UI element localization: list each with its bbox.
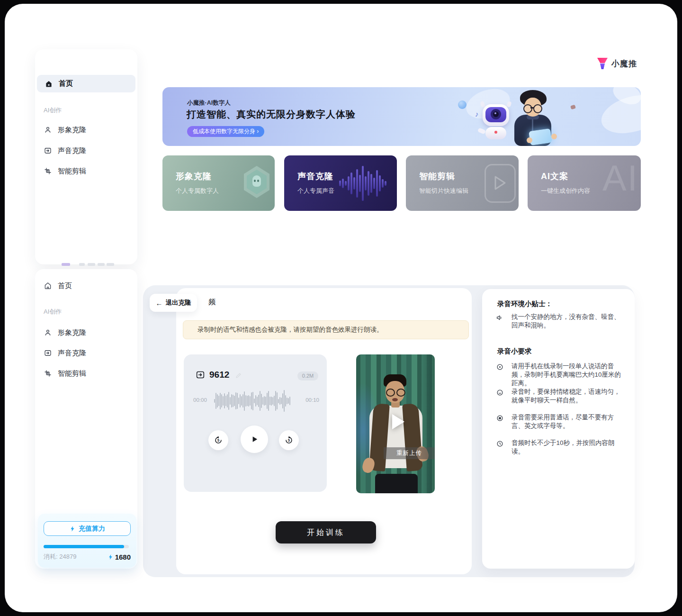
- screenshot-stage: 小魔推 首页 AI创作 形象克隆 声音克隆 智能剪辑 ♪: [0, 0, 682, 616]
- recharge-button[interactable]: 充值算力: [44, 521, 131, 536]
- sidebar-section-label: AI创作: [44, 308, 62, 316]
- svg-text:5: 5: [288, 438, 290, 443]
- person-icon: [44, 328, 52, 337]
- feature-card-avatar-clone[interactable]: 形象克隆 个人专属数字人: [162, 155, 275, 211]
- sidebar-item-smart-edit[interactable]: 智能剪辑: [44, 368, 86, 379]
- time-start: 00:00: [193, 397, 207, 403]
- banner-eyebrow: 小魔推·AI数字人: [187, 99, 231, 107]
- time-end: 00:10: [305, 397, 319, 403]
- sidebar-item-label: 智能剪辑: [58, 167, 86, 176]
- credit-progress-bar: [44, 545, 129, 548]
- req-tip-item: 录音需要采用普通话，尽量不要有方言、英文或字母等。: [495, 413, 624, 430]
- target-icon: [495, 362, 504, 371]
- audio-file-name: 9612: [209, 370, 229, 380]
- sidebar-item-avatar-clone[interactable]: 形象克隆: [44, 327, 86, 338]
- audio-player-card: 9612 0.2M 00:00 00:10 5 5: [184, 354, 327, 492]
- brand-logo-icon: [597, 57, 608, 70]
- card-title: 智能剪辑: [419, 171, 455, 182]
- record-icon: [495, 414, 504, 423]
- card-title: 形象克隆: [176, 171, 212, 182]
- edit-pencil-icon[interactable]: [235, 371, 242, 379]
- sidebar-item-label: 智能剪辑: [58, 369, 86, 378]
- env-tips-title: 录音环境小贴士：: [497, 299, 552, 308]
- play-icon: [249, 434, 260, 445]
- feature-card-smart-edit[interactable]: 智能剪辑 智能切片快速编辑: [406, 155, 519, 211]
- bolt-icon: [108, 554, 114, 560]
- card-title: 声音克隆: [297, 171, 333, 182]
- person-icon: [44, 126, 52, 134]
- banner-cta-button[interactable]: 低成本使用数字无限分身 ›: [187, 126, 264, 137]
- env-tip-item: 找一个安静的地方，没有杂音、噪音、回声和混响。: [495, 313, 624, 330]
- banner-headline: 打造智能、真实的无限分身数字人体验: [187, 108, 356, 121]
- feature-card-ai-copywriting[interactable]: AI AI文案 一键生成创作内容: [528, 155, 641, 211]
- compute-credit-card: 充值算力 消耗: 24879 1680: [38, 514, 136, 568]
- rewind-icon: 5: [213, 435, 224, 445]
- waveform-icon: [339, 163, 392, 204]
- req-tip-item: 请用手机在线录制一段单人说话的音频，录制时手机要离嘴巴大约10厘米的距离。: [495, 362, 624, 388]
- req-tip-item: 录音时，要保持情绪稳定，语速均匀，就像平时聊天一样自然。: [495, 388, 624, 405]
- start-training-button[interactable]: 开始训练: [276, 521, 376, 544]
- voice-icon: [44, 146, 52, 155]
- app-window: 小魔推 首页 AI创作 形象克隆 声音克隆 智能剪辑 ♪: [5, 4, 677, 612]
- card-subtitle: 个人专属声音: [297, 187, 334, 195]
- brand-name: 小魔推: [611, 58, 637, 69]
- sidebar-item-smart-edit[interactable]: 智能剪辑: [44, 166, 86, 176]
- recharge-button-label: 充值算力: [79, 525, 105, 533]
- brand-logo: 小魔推: [597, 57, 637, 70]
- rewind-5s-button[interactable]: 5: [208, 430, 228, 450]
- req-tips-title: 录音小要求: [497, 347, 532, 356]
- credit-stats-row: 消耗: 24879 1680: [44, 553, 131, 561]
- video-play-icon[interactable]: [392, 414, 404, 429]
- play-button[interactable]: [241, 426, 268, 453]
- forward-5s-button[interactable]: 5: [279, 430, 299, 450]
- balance-value: 1680: [108, 553, 131, 561]
- voice-icon: [44, 349, 52, 357]
- sidebar-item-label: 首页: [58, 281, 72, 290]
- speaker-icon: [495, 313, 504, 322]
- sidebar-item-home[interactable]: 首页: [44, 281, 72, 291]
- video-preview[interactable]: 重新上传: [356, 354, 435, 493]
- music-note-icon: ♪: [475, 110, 479, 118]
- svg-text:5: 5: [217, 438, 220, 443]
- forward-icon: 5: [284, 435, 294, 445]
- sidebar-section-label: AI创作: [44, 106, 62, 115]
- robot-illustration: [479, 98, 514, 145]
- reupload-overlay-button[interactable]: 重新上传: [384, 447, 435, 459]
- feature-card-voice-clone[interactable]: 声音克隆 个人专属声音: [284, 155, 397, 211]
- boy-illustration: [511, 90, 563, 146]
- ai-watermark: AI: [602, 157, 638, 199]
- emotion-icon: [495, 388, 504, 397]
- credit-progress-fill: [44, 545, 124, 548]
- hero-banner: ♪ 小魔推·AI数字人 打造智能、真实的无限分身数字人体验 低成本使用数字无限分…: [162, 87, 641, 146]
- banner-sphere: [458, 100, 467, 109]
- sidebar-item-voice-clone[interactable]: 声音克隆: [44, 145, 86, 156]
- sidebar-item-avatar-clone[interactable]: 形象克隆: [44, 125, 86, 135]
- exit-clone-label: 退出克隆: [166, 299, 191, 307]
- banner-speck: [570, 105, 576, 109]
- card-subtitle: 个人专属数字人: [176, 187, 219, 195]
- sidebar-item-label: 形象克隆: [58, 126, 86, 135]
- card-title: AI文案: [541, 171, 568, 182]
- sidebar-item-home[interactable]: 首页: [37, 75, 135, 92]
- sidebar-item-label: 形象克隆: [58, 328, 86, 337]
- file-size-badge: 0.2M: [297, 371, 318, 380]
- card-subtitle: 一键生成创作内容: [541, 187, 590, 195]
- recording-tips-panel: 录音环境小贴士： 找一个安静的地方，没有杂音、噪音、回声和混响。 录音小要求 请…: [482, 289, 635, 569]
- clipped-page-title: 频: [208, 298, 215, 307]
- clipped-text-artifact: [62, 263, 70, 266]
- exit-clone-button[interactable]: ← 退出克隆: [150, 294, 197, 312]
- home-icon: [45, 80, 53, 88]
- sidebar-item-label: 声音克隆: [58, 349, 86, 358]
- card-subtitle: 智能切片快速编辑: [419, 187, 468, 195]
- crop-icon: [44, 167, 52, 175]
- clock-icon: [495, 439, 504, 448]
- voice-file-icon: [195, 370, 206, 380]
- audio-waveform: [214, 390, 295, 412]
- sidebar-item-label: 声音克隆: [58, 146, 86, 155]
- req-tip-item: 音频时长不少于10秒，并按照内容朗读。: [495, 439, 624, 456]
- home-icon: [44, 281, 52, 290]
- sidebar-item-label: 首页: [59, 79, 73, 88]
- sidebar-item-voice-clone[interactable]: 声音克隆: [44, 348, 86, 358]
- consumed-label: 消耗: 24879: [44, 553, 76, 561]
- bolt-icon: [69, 525, 76, 532]
